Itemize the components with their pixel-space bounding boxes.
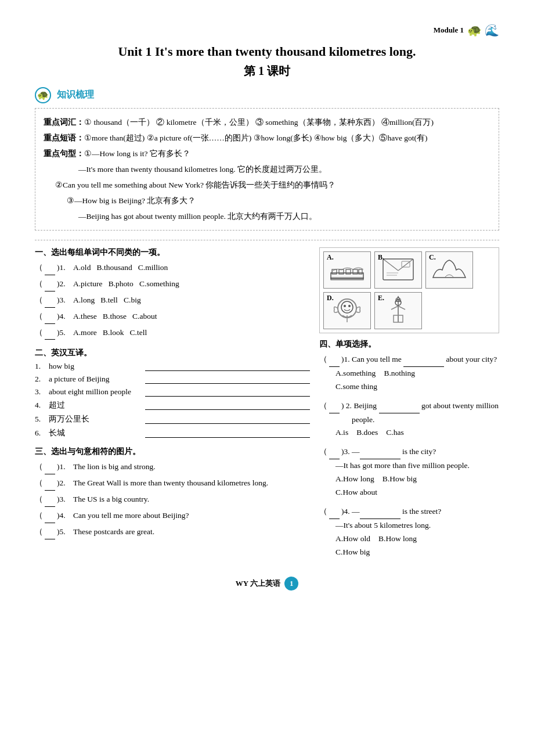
ex4-opt3c-row: C.How about: [335, 486, 499, 499]
ex4-opt1b: B.nothing: [384, 367, 415, 380]
ex2-blank5[interactable]: [145, 415, 310, 424]
sentence5: —Beijing has got about twenty million pe…: [78, 208, 490, 224]
ex4-q3-text: — is the city?: [350, 445, 436, 459]
ex3-bracket4[interactable]: [45, 509, 55, 523]
ex4-opts1: A.something B.nothing: [335, 367, 499, 380]
svg-rect-4: [353, 269, 358, 274]
ex4-bracket1[interactable]: [329, 353, 340, 367]
svg-point-17: [348, 305, 351, 307]
phrase-content: ①more than(超过) ②a picture of(一张……的图片) ③h…: [84, 134, 428, 142]
ex4-opt3b: B.How big: [383, 473, 417, 486]
ex2-num2: 2.: [35, 375, 49, 384]
ex2-item3: 3. about eight million people: [35, 387, 310, 397]
module-icon: 🐢 🌊: [467, 23, 499, 37]
module-text: Module 1: [434, 26, 464, 35]
ex4-opts3: A.How long B.How big: [335, 473, 499, 486]
ex4-q4-text: — is the street?: [350, 505, 442, 519]
pic-D-label: D.: [327, 294, 334, 303]
svg-point-15: [341, 301, 353, 313]
ex3-item4: （ )4. Can you tell me more about Beijing…: [35, 509, 310, 523]
ex1-item3: （ )3. A.long B.tell C.big: [35, 294, 310, 308]
ex2-label5: 两万公里长: [49, 414, 142, 424]
ex1-opt3a: A.long: [73, 294, 95, 307]
ex1-bracket5[interactable]: [45, 326, 55, 340]
ex2-num4: 4.: [35, 401, 49, 410]
ex2-blank3[interactable]: [145, 387, 310, 397]
ex3-num2: )2.: [57, 477, 73, 490]
ex1-bracket3[interactable]: [45, 294, 55, 308]
ex4-opt1c: C.some thing: [335, 382, 377, 391]
ex2-label2: a picture of Beijing: [49, 375, 142, 384]
svg-point-14: [338, 299, 356, 318]
ex4-opt2a: A.is: [335, 426, 348, 440]
sentence1: ①—How long is it? 它有多长？: [84, 149, 190, 158]
ex1-num1: )1.: [57, 261, 73, 275]
ex1-opt2a: A.picture: [73, 278, 103, 291]
ex4-q3-answer: —It has got more than five million peopl…: [335, 459, 499, 473]
ex1-opt2c: C.something: [139, 278, 179, 291]
vocab-label: 重点词汇：: [44, 118, 84, 127]
pic-A-icon: [330, 255, 365, 285]
pic-C-icon: [432, 255, 467, 285]
sentence-label: 重点句型：: [44, 149, 84, 158]
vocab-line: 重点词汇：① thousand（一千） ② kilometre（千米，公里） ③…: [44, 114, 490, 130]
ex3-bracket2[interactable]: [45, 477, 55, 491]
ex2-label1: how big: [49, 362, 142, 371]
ex4-q2: （ ) 2. Beijing got about twenty million …: [319, 399, 499, 427]
ex3-bracket5[interactable]: [45, 525, 55, 539]
exercise1-title: 一、选出每组单词中不同类的一项。: [35, 247, 310, 258]
ex3-text1: The lion is big and strong.: [73, 460, 156, 474]
ex1-bracket1[interactable]: [45, 261, 55, 275]
ex2-label4: 超过: [49, 400, 142, 411]
ex4-opt1c-row: C.some thing: [335, 380, 499, 394]
ex3-bracket1[interactable]: [45, 460, 55, 474]
ex4-bracket4[interactable]: [329, 505, 340, 519]
ex3-bracket3[interactable]: [45, 493, 55, 507]
lesson-title: 第 1 课时: [35, 63, 499, 79]
sentence4: ③—How big is Beijing? 北京有多大？: [67, 196, 196, 205]
ex4-opt3a: A.How long: [335, 473, 374, 486]
ex2-num3: 3.: [35, 387, 49, 397]
ex4-item3: （ )3. — is the city? —It has got more th…: [319, 445, 499, 499]
exercise2-section: 二、英汉互译。 1. how big 2. a picture of Beiji…: [35, 348, 310, 438]
ex2-blank1[interactable]: [145, 362, 310, 371]
ex1-item4: （ )4. A.these B.those C.about: [35, 310, 310, 324]
ex3-num1: )1.: [57, 460, 73, 474]
ex4-q4: （ )4. — is the street?: [319, 505, 499, 519]
ex4-q1-text: Can you tell me about your city?: [350, 353, 497, 367]
footer-text: WY 六上英语: [236, 579, 280, 588]
ex4-q1: （ )1. Can you tell me about your city?: [319, 353, 499, 367]
ex2-item6: 6. 长城: [35, 428, 310, 438]
ex4-opt3c: C.How about: [335, 488, 377, 496]
ex1-opt1c: C.million: [138, 261, 168, 275]
svg-rect-3: [346, 269, 351, 274]
pic-C: C.: [425, 251, 473, 289]
ex1-opt2b: B.photo: [109, 278, 134, 291]
ex1-bracket2[interactable]: [45, 278, 55, 291]
ex2-blank4[interactable]: [145, 401, 310, 410]
ex4-bracket3[interactable]: [329, 445, 340, 459]
pic-E-icon: [378, 293, 418, 328]
ex2-item2: 2. a picture of Beijing: [35, 375, 310, 384]
ex4-item4: （ )4. — is the street? —It's about 5 kil…: [319, 505, 499, 559]
module-label: Module 1 🐢 🌊: [35, 23, 499, 37]
ex4-opt4c: C.How big: [335, 548, 370, 556]
pics-row2: D.: [323, 292, 495, 329]
vocab-content: ① thousand（一千） ② kilometre（千米，公里） ③ some…: [84, 118, 434, 127]
unit-title: Unit 1 It's more than twenty thousand ki…: [35, 43, 499, 61]
ex1-num2: )2.: [57, 278, 73, 291]
ex3-num5: )5.: [57, 525, 73, 539]
ex1-opt3c: C.big: [124, 294, 141, 307]
pic-B: B.: [374, 251, 422, 289]
ex1-opt5c: C.tell: [130, 326, 147, 340]
ex1-opt4a: A.these: [73, 310, 97, 323]
ex2-blank6[interactable]: [145, 429, 310, 438]
sentence-block: 重点句型：①—How long is it? 它有多长？ —It's more …: [44, 146, 490, 224]
ex1-bracket4[interactable]: [45, 310, 55, 324]
section-header: 🐢 知识梳理: [35, 87, 499, 103]
ex2-blank2[interactable]: [145, 375, 310, 384]
ex2-item1: 1. how big: [35, 362, 310, 371]
ex4-num1: )1.: [341, 353, 350, 366]
ex4-opt4b: B.How long: [378, 532, 417, 546]
ex4-bracket2[interactable]: [329, 399, 340, 413]
